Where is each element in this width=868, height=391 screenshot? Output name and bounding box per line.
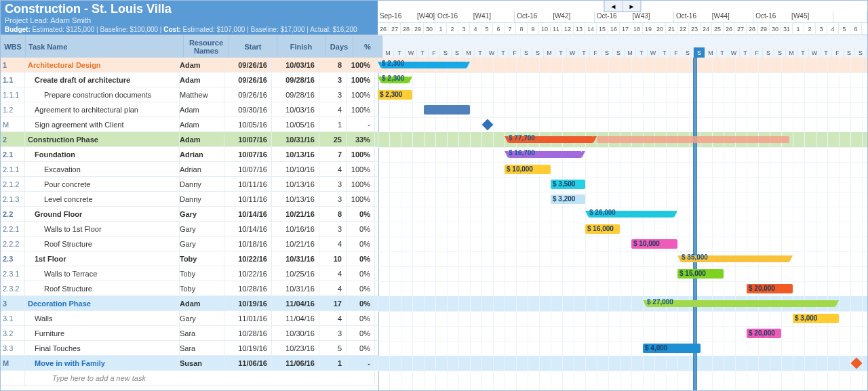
task-bar[interactable]: [424, 105, 470, 115]
cell-name[interactable]: Roof Structure: [25, 236, 180, 251]
bar-label: $ 77,700: [509, 134, 535, 142]
table-row[interactable]: M Sign agreement with Client Adam 10/05/…: [1, 117, 378, 132]
task-bar[interactable]: $ 3,500: [551, 180, 585, 189]
table-row[interactable]: 1.1 Create draft of architecture Adam 09…: [1, 73, 378, 87]
table-row[interactable]: 1.2 Agreement to architectural plan Adam…: [1, 102, 378, 117]
col-start[interactable]: Start: [229, 35, 277, 58]
cell-wbs: 1.1: [1, 73, 25, 87]
task-bar[interactable]: $ 3,200: [551, 194, 585, 204]
table-row[interactable]: 3 Decoration Phase Adam 10/19/16 11/04/1…: [1, 296, 378, 311]
cell-pct: 0%: [347, 251, 375, 266]
cell-name[interactable]: 1st Floor: [25, 251, 180, 266]
timeline-prev-button[interactable]: ◄: [605, 1, 623, 12]
cell-name[interactable]: Construction Phase: [25, 132, 180, 146]
col-wbs[interactable]: WBS: [1, 35, 26, 58]
cell-name[interactable]: Final Touches: [25, 341, 180, 355]
cell-start: 10/19/16: [224, 341, 272, 355]
cell-name[interactable]: Create draft of architecture: [25, 73, 180, 87]
table-row[interactable]: 2.2.1 Walls to 1st Floor Gary 10/14/16 1…: [1, 222, 378, 236]
timeline-next-button[interactable]: ►: [623, 1, 641, 12]
cell-name[interactable]: Prepare construction documents: [25, 87, 180, 102]
day-number: 26: [378, 23, 389, 35]
day-name: W: [809, 47, 821, 58]
cell-start: 11/01/16: [224, 311, 272, 325]
day-number: 4: [470, 23, 481, 35]
cell-name[interactable]: Sign agreement with Client: [25, 117, 180, 131]
task-bar[interactable]: $ 10,000: [505, 165, 551, 174]
cell-finish: 10/05/16: [272, 117, 319, 131]
cell-res: Matthew: [180, 87, 224, 102]
cell-name[interactable]: Level concrete: [25, 192, 180, 206]
cell-name[interactable]: Architectural Design: [25, 58, 180, 72]
table-row[interactable]: M Move in with Family Susan 11/06/16 11/…: [1, 356, 378, 371]
cell-wbs: 2: [1, 132, 25, 146]
cell-start: 10/14/16: [224, 222, 272, 236]
table-row[interactable]: 1.1.1 Prepare construction documents Mat…: [1, 87, 378, 102]
day-number: 26: [724, 23, 735, 35]
day-number: 28: [747, 23, 758, 35]
cell-pct: 0%: [347, 326, 375, 340]
table-row[interactable]: 3.3 Final Touches Sara 10/19/16 10/23/16…: [1, 341, 378, 356]
table-row[interactable]: 2.1.3 Level concrete Danny 10/11/16 10/1…: [1, 192, 378, 207]
day-number: 2: [447, 23, 458, 35]
cell-res: Susan: [180, 356, 224, 370]
task-bar[interactable]: $ 16,000: [585, 224, 620, 234]
table-row[interactable]: 2.1.2 Pour concrete Danny 10/11/16 10/13…: [1, 177, 378, 192]
col-pct[interactable]: %: [353, 35, 382, 58]
cell-name[interactable]: Move in with Family: [25, 356, 180, 370]
col-res[interactable]: Resource Names: [184, 35, 229, 58]
cell-name[interactable]: Furniture: [25, 326, 180, 340]
gantt-chart[interactable]: $ 2,300$ 2,300$ 2,300$ 77,700$ 16,700$ 1…: [378, 58, 867, 390]
cell-finish: 11/04/16: [272, 296, 319, 310]
task-bar[interactable]: $ 2,300: [378, 90, 412, 100]
bar-label: $ 2,300: [382, 75, 404, 82]
table-row[interactable]: 2 Construction Phase Adam 10/07/16 10/31…: [1, 132, 378, 147]
table-row[interactable]: 2.1 Foundation Adrian 10/07/16 10/13/16 …: [1, 147, 378, 162]
cell-name[interactable]: Pour concrete: [25, 177, 180, 191]
summary-bar[interactable]: [646, 300, 835, 307]
col-name[interactable]: Task Name: [26, 35, 184, 58]
cell-wbs: 3.1: [1, 311, 25, 325]
cell-name[interactable]: Ground Floor: [25, 207, 180, 221]
cell-name[interactable]: Foundation: [25, 147, 180, 161]
table-row[interactable]: 2.2.2 Roof Structure Gary 10/18/16 10/21…: [1, 236, 378, 251]
table-row[interactable]: 3.2 Furniture Sara 10/28/16 10/30/16 3 0…: [1, 326, 378, 341]
cell-name[interactable]: Walls to 1st Floor: [25, 222, 180, 236]
table-row[interactable]: 1 Architectural Design Adam 09/26/16 10/…: [1, 58, 378, 73]
task-bar[interactable]: $ 15,000: [677, 269, 724, 279]
cell-name[interactable]: Walls to Terrace: [25, 266, 180, 281]
cell-name[interactable]: Walls: [25, 311, 180, 325]
day-number: 29: [758, 23, 770, 35]
cell-name[interactable]: Agreement to architectural plan: [25, 102, 180, 117]
col-days[interactable]: Days: [326, 35, 353, 58]
new-task-input[interactable]: Type here to add a new task: [25, 371, 375, 385]
day-number: 1: [793, 23, 804, 35]
column-header: WBS Task Name Resource Names Start Finis…: [1, 35, 382, 59]
table-row[interactable]: 2.1.1 Excavation Adrian 10/07/16 10/10/1…: [1, 162, 378, 177]
table-row[interactable]: 3.1 Walls Gary 11/01/16 11/04/16 4 0%: [1, 311, 378, 326]
task-bar[interactable]: $ 4,000: [643, 344, 701, 353]
cell-wbs: 2.3.1: [1, 266, 25, 281]
table-row[interactable]: 2.2 Ground Floor Gary 10/14/16 10/21/16 …: [1, 207, 378, 222]
cell-pct: 100%: [347, 73, 375, 87]
cell-days: 10: [319, 251, 347, 266]
cell-name[interactable]: Roof Structure: [25, 281, 180, 295]
day-name: W: [486, 47, 498, 58]
table-row[interactable]: 2.3 1st Floor Toby 10/22/16 10/31/16 10 …: [1, 251, 378, 266]
table-row[interactable]: 2.3.1 Walls to Terrace Toby 10/22/16 10/…: [1, 266, 378, 281]
day-name: T: [394, 47, 406, 58]
cell-pct: 100%: [347, 147, 375, 161]
table-row[interactable]: 2.3.2 Roof Structure Toby 10/28/16 10/31…: [1, 281, 378, 296]
cell-days: 4: [319, 311, 347, 325]
task-bar[interactable]: $ 3,000: [793, 314, 839, 323]
cell-name[interactable]: Excavation: [25, 162, 180, 176]
week-header: Oct-16 [W42]: [515, 12, 594, 22]
task-bar[interactable]: $ 20,000: [747, 329, 781, 338]
cell-days: 8: [319, 58, 347, 72]
col-finish[interactable]: Finish: [277, 35, 326, 58]
cell-finish: 10/16/16: [272, 222, 319, 236]
cell-name[interactable]: Decoration Phase: [25, 296, 180, 310]
cell-start: 11/06/16: [224, 356, 272, 370]
task-bar[interactable]: $ 10,000: [631, 239, 677, 249]
task-bar[interactable]: $ 20,000: [747, 284, 793, 293]
